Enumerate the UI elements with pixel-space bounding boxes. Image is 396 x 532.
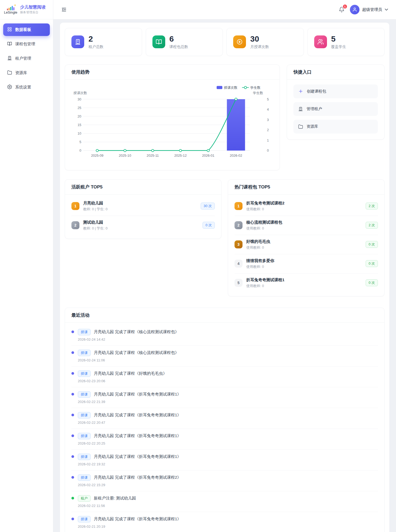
svg-text:2026-02: 2026-02 [230, 154, 242, 158]
svg-text:2025-10: 2025-10 [119, 154, 131, 158]
activity-text: 月亮幼儿园 完成了课程《折耳兔奇奇测试课程2》 [94, 475, 181, 480]
sidebar-item-label: 系统设置 [15, 85, 31, 90]
tenant-row: 1 月亮幼儿园 教师: 0 | 学生: 0 30 次 [71, 197, 215, 216]
activity-time: 2026-02-21 20:19 [78, 525, 181, 529]
svg-text:2025-11: 2025-11 [147, 154, 159, 158]
stat-value: 30 [250, 35, 269, 43]
usage-count-pill: 0 次 [366, 241, 378, 248]
package-meta: 使用教师: 0 [246, 264, 362, 269]
package-row: 2 核心流程测试课程包 使用教师: 0 2 次 [235, 216, 378, 235]
sidebar: LeSingle 少儿智慧阅读 服务管理后台 数据看板 课程包管理 租户管理 资… [0, 0, 53, 532]
dashboard-panel: 2 租户总数 6 课程包总数 30 月授课次数 [60, 23, 389, 532]
package-name: 折耳兔奇奇测试课程1 [246, 277, 362, 283]
activity-type-badge: 授课 [78, 433, 91, 439]
svg-text:2025-09: 2025-09 [91, 154, 103, 158]
tenant-meta: 教师: 0 | 学生: 0 [83, 226, 199, 231]
package-row: 4 猜猜我有多爱你 使用教师: 0 0 次 [235, 254, 378, 273]
activity-type-badge: 授课 [78, 391, 91, 398]
brand-logo: LeSingle 少儿智慧阅读 服务管理后台 [0, 0, 53, 19]
activity-type-badge: 授课 [78, 454, 91, 460]
activity-dot [71, 331, 74, 333]
svg-text:0: 0 [267, 149, 269, 152]
svg-text:20: 20 [78, 114, 81, 118]
plus-icon [298, 89, 303, 94]
activity-time: 2026-02-22 21:39 [78, 400, 181, 404]
stat-label: 覆盖学生 [331, 45, 346, 49]
sidebar-item-settings[interactable]: 系统设置 [3, 81, 50, 94]
sidebar-item-dashboard[interactable]: 数据看板 [3, 23, 50, 36]
rank-badge: 3 [235, 240, 243, 248]
activity-type-badge: 授课 [78, 516, 91, 522]
activity-type-badge: 授课 [78, 474, 91, 481]
sidebar-item-label: 租户管理 [15, 56, 31, 61]
sidebar-item-resources[interactable]: 资源库 [3, 67, 50, 79]
sidebar-item-tenants[interactable]: 租户管理 [3, 52, 50, 65]
stats-row: 2 租户总数 6 课程包总数 30 月授课次数 [65, 28, 385, 56]
quick-action-manage-tenants[interactable]: 管理租户 [293, 102, 378, 116]
sidebar-item-course-packages[interactable]: 课程包管理 [3, 38, 50, 50]
package-meta: 使用教师: 0 [246, 245, 362, 250]
usage-trend-card: 使用趋势 051015202530012345授课次数学生数2025-09202… [65, 65, 280, 170]
svg-text:学生数: 学生数 [250, 86, 260, 90]
rank-badge: 2 [71, 221, 79, 229]
usage-count-pill: 0 次 [366, 260, 378, 267]
users-icon [314, 35, 327, 48]
building-icon [298, 107, 303, 111]
rank-badge: 5 [235, 279, 243, 287]
svg-text:4: 4 [267, 108, 269, 111]
activity-time: 2026-02-22 20:47 [78, 421, 181, 425]
stat-value: 6 [169, 35, 188, 43]
svg-text:5: 5 [267, 97, 269, 101]
quick-action-label: 资源库 [306, 124, 318, 129]
activity-text: 月亮幼儿园 完成了课程《折耳兔奇奇测试课程1》 [94, 517, 181, 522]
tenant-meta: 教师: 0 | 学生: 0 [83, 207, 197, 212]
notification-bell[interactable]: 5 [339, 7, 345, 13]
svg-text:2026-01: 2026-01 [202, 154, 214, 158]
rank-badge: 4 [235, 260, 243, 268]
activity-type-badge: 授课 [78, 350, 91, 356]
svg-text:5: 5 [79, 140, 81, 144]
activity-time: 2026-02-22 15:29 [78, 483, 181, 487]
user-menu[interactable]: 超级管理员 [350, 5, 388, 14]
book-open-icon [152, 35, 165, 48]
logo-text: LeSingle [4, 11, 17, 14]
sidebar-menu: 数据看板 课程包管理 租户管理 资源库 系统设置 [0, 19, 53, 99]
activity-row: 授课 月亮幼儿园 完成了课程《折耳兔奇奇测试课程1》 2026-02-22 19… [71, 449, 378, 470]
dashboard-icon [7, 27, 12, 33]
sidebar-collapse-icon[interactable] [61, 7, 67, 12]
activity-type-badge: 授课 [78, 412, 91, 418]
activity-type-badge: 授课 [78, 370, 91, 377]
chevron-down-icon [385, 9, 388, 11]
stat-label: 月授课次数 [250, 45, 269, 49]
activity-dot [71, 518, 74, 520]
usage-count-pill: 0 次 [203, 222, 215, 229]
svg-text:25: 25 [78, 106, 81, 110]
activity-time: 2026-02-24 14:42 [78, 337, 179, 341]
svg-text:30: 30 [78, 97, 81, 101]
usage-count-pill: 2 次 [366, 203, 378, 209]
lesingle-logo-icon: LeSingle [4, 5, 17, 14]
activity-row: 授课 月亮幼儿园 完成了课程《好饿的毛毛虫》 2026-02-23 20:06 [71, 366, 378, 387]
tenant-row: 2 测试幼儿园 教师: 0 | 学生: 0 0 次 [71, 216, 215, 235]
gear-icon [7, 84, 12, 90]
rank-badge: 2 [235, 221, 243, 229]
top-header: 5 超级管理员 [53, 0, 396, 19]
activity-text: 月亮幼儿园 完成了课程《好饿的毛毛虫》 [94, 371, 167, 376]
activity-dot [71, 393, 74, 396]
active-tenants-list: 1 月亮幼儿园 教师: 0 | 学生: 0 30 次 2 测试幼儿园 教师: 0… [65, 195, 221, 239]
quick-action-create-package[interactable]: 创建课程包 [293, 84, 378, 98]
hot-packages-title: 热门课程包 TOP5 [228, 180, 384, 195]
package-name: 猜猜我有多爱你 [246, 258, 362, 263]
play-circle-icon [233, 35, 246, 48]
hot-packages-list: 1 折耳兔奇奇测试课程2 使用教师: 0 2 次 2 核心流程测试课程包 使用教… [228, 195, 384, 296]
activity-time: 2026-02-23 20:06 [78, 379, 167, 383]
brand-title: 少儿智慧阅读 [20, 5, 46, 10]
svg-text:授课次数: 授课次数 [73, 91, 87, 95]
quick-action-resources[interactable]: 资源库 [293, 120, 378, 134]
stat-card-tenants: 2 租户总数 [65, 28, 142, 56]
active-tenants-card: 活跃租户 TOP5 1 月亮幼儿园 教师: 0 | 学生: 0 30 次 2 [65, 179, 221, 239]
stat-value: 2 [88, 35, 103, 43]
building-icon [7, 56, 12, 61]
activity-dot [71, 476, 74, 479]
activity-time: 2026-02-22 19:32 [78, 462, 181, 466]
